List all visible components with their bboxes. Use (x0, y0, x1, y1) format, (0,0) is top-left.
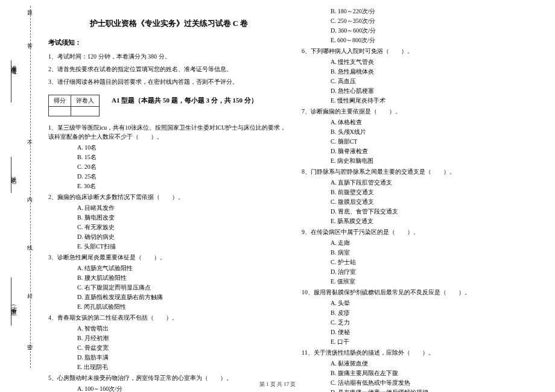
q9-opt-d: D. 治疗室 (331, 267, 543, 276)
score-header-score: 得分 (49, 95, 71, 107)
q9-opt-b: B. 病室 (331, 248, 543, 257)
score-cell-grader (71, 107, 100, 116)
q5-opt-b: B. 180～220次/分 (331, 7, 543, 16)
q3-opt-b: B. 腰大肌试验阳性 (77, 273, 290, 282)
notice-heading: 考试须知： (48, 38, 290, 47)
instruction-2: 2、请首先按要求在试卷的指定位置填写您的姓名、准考证号等信息。 (48, 65, 290, 74)
q3-opt-d: D. 直肠指检发现直肠右前方触痛 (77, 292, 290, 302)
q4-stem: 4、青春期女孩的第二性征表现不包括（ ）。 (48, 313, 290, 322)
score-header-grader: 评卷人 (71, 95, 100, 107)
q2-opt-a: A. 目睹其发作 (77, 203, 290, 212)
exam-title: 护士职业资格《专业实务》过关练习试卷 C 卷 (48, 18, 290, 29)
q9-opt-e: E. 值班室 (331, 277, 543, 286)
q7-opt-c: C. 脑部CT (331, 137, 543, 146)
q2-opt-b: B. 脑电图改变 (77, 213, 290, 222)
q7-opt-e: E. 病史和脑电图 (331, 156, 543, 165)
q6-opt-c: C. 高血压 (331, 77, 543, 86)
q6-stem: 6、下列哪种病人入院时可免浴（ ）。 (302, 46, 543, 55)
q1-opt-d: D. 25名 (77, 172, 290, 181)
q2-opt-e: E. 头部CT扫描 (77, 242, 290, 251)
q11-opt-d: D. 具有疼痛一便意一便后缓解的规律 (331, 388, 543, 392)
marker-nei: 内 (27, 196, 33, 204)
q8-opt-e: E. 肠系膜交通支 (331, 217, 543, 226)
field-line-admission (11, 60, 11, 103)
field-line-name (11, 157, 11, 193)
q11-opt-a: A. 黏液脓血便 (331, 359, 543, 368)
q3-opt-e: E. 闭孔肌试验阳性 (77, 302, 290, 311)
left-column: 护士职业资格《专业实务》过关练习试卷 C 卷 考试须知： 1、考试时间：120 … (48, 6, 290, 377)
q4-opt-a: A. 智齿萌出 (77, 324, 290, 333)
field-line-province (11, 277, 11, 326)
marker-feng: 封 (27, 292, 33, 300)
q9-opt-a: A. 走廊 (331, 238, 543, 247)
q2-opt-d: D. 确切的病史 (77, 232, 290, 241)
right-column: B. 180～220次/分 C. 250～350次/分 D. 360～600次/… (302, 6, 543, 377)
q9-stem: 9、在传染病区中属于污染区的是（ ）。 (302, 227, 543, 236)
q1-stem: 1、某三级甲等医院icu，共有10张床位。按照国家卫生计生委对ICU护士与床位比… (48, 123, 290, 141)
q11-stem: 11、关于溃疡性结肠炎的描述，应除外（ ）。 (302, 348, 543, 357)
marker-da: 答 (27, 42, 33, 50)
marker-xian: 线 (27, 244, 33, 252)
q10-opt-c: C. 乏力 (331, 318, 543, 327)
q3-opt-c: C. 右下腹固定而明显压痛点 (77, 283, 290, 292)
binding-margin: 题 答 准考证号 不 姓名 内 线 封 省（市区） 密 (9, 6, 39, 368)
section-title: A1 型题（本题共 50 题，每小题 3 分，共 150 分） (112, 96, 258, 105)
q6-opt-b: B. 急性扁桃体炎 (331, 67, 543, 76)
marker-mi: 密 (27, 344, 33, 352)
q9-opt-c: C. 护士站 (331, 258, 543, 267)
q1-opt-b: B. 15名 (77, 153, 290, 162)
q7-opt-a: A. 体格检查 (331, 118, 543, 127)
q1-opt-a: A. 10名 (77, 143, 290, 152)
q5-opt-e: E. 600～800次/分 (331, 36, 543, 45)
content-area: 护士职业资格《专业实务》过关练习试卷 C 卷 考试须知： 1、考试时间：120 … (39, 6, 543, 377)
q7-stem: 7、诊断癫痫的主要依据是（ ）。 (302, 107, 543, 116)
score-table: 得分 评卷人 (48, 95, 100, 116)
instruction-3: 3、请仔细阅读各种题目的回答要求，在密封线内答题，否则不予评分。 (48, 77, 290, 86)
q8-opt-d: D. 胃底、食管下段交通支 (331, 207, 543, 216)
q11-opt-b: B. 腹痛主要局限在左下腹 (331, 368, 543, 378)
q10-opt-e: E. 口干 (331, 337, 543, 346)
q5-opt-c: C. 250～350次/分 (331, 16, 543, 25)
q4-opt-d: D. 脂肪丰满 (77, 353, 290, 362)
q8-opt-b: B. 前腹壁交通支 (331, 188, 543, 197)
page-footer: 第 1 页 共 17 页 (0, 381, 555, 388)
instruction-1: 1、考试时间：120 分钟，本卷满分为 380 分。 (48, 52, 290, 61)
q10-opt-d: D. 便秘 (331, 327, 543, 337)
q8-stem: 8、门静脉系与腔静脉系之间最主要的交通支是（ ）。 (302, 167, 543, 176)
q3-stem: 3、诊断急性阑尾炎最重要体征是（ ）。 (48, 253, 290, 262)
marker-bu: 不 (27, 139, 33, 147)
q5-opt-d: D. 360～600次/分 (331, 26, 543, 35)
score-cell-score (49, 107, 71, 116)
q8-opt-a: A. 直肠下段肛管交通支 (331, 178, 543, 187)
q10-opt-a: A. 头晕 (331, 299, 543, 308)
q7-opt-d: D. 脑脊液检查 (331, 147, 543, 156)
q4-opt-b: B. 月经初潮 (77, 334, 290, 343)
q3-opt-a: A. 结肠充气试验阳性 (77, 264, 290, 273)
q7-opt-b: B. 头颅X线片 (331, 127, 543, 136)
binding-dashed-line (30, 6, 31, 368)
q2-opt-c: C. 有无家族史 (77, 223, 290, 232)
q1-opt-e: E. 30名 (77, 182, 290, 191)
q10-stem: 10、服用胃黏膜保护剂硫糖铝后最常见的不良反应是（ ）。 (302, 288, 543, 297)
marker-ti: 题 (27, 9, 33, 17)
q6-opt-d: D. 急性心肌梗塞 (331, 86, 543, 95)
q4-opt-c: C. 骨盆变宽 (77, 343, 290, 352)
q2-stem: 2、癫痫的临床诊断大多数情况下需依据（ ）。 (48, 192, 290, 201)
q4-opt-e: E. 出现阴毛 (77, 362, 290, 371)
q1-opt-c: C. 20名 (77, 162, 290, 171)
q6-opt-e: E. 慢性阑尾炎待手术 (331, 96, 543, 105)
q10-opt-b: B. 皮疹 (331, 308, 543, 317)
q8-opt-c: C. 腹膜后交通支 (331, 197, 543, 206)
q6-opt-a: A. 慢性支气管炎 (331, 57, 543, 66)
